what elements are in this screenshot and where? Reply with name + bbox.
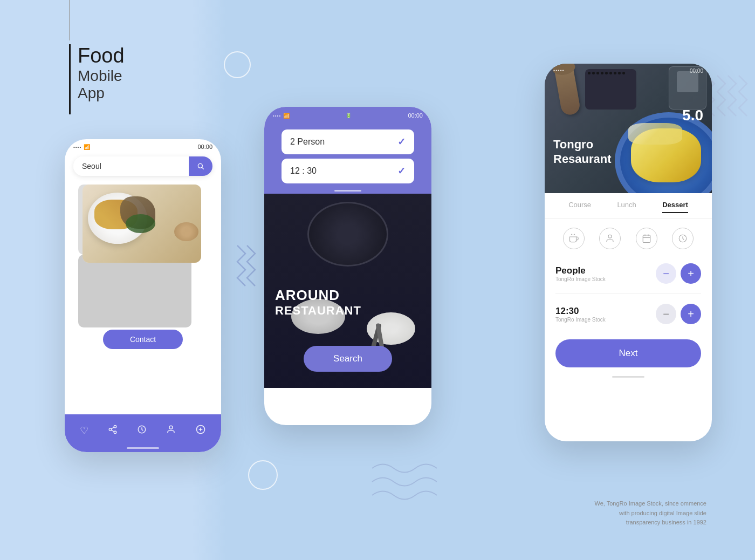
nav-clock-icon[interactable] (137, 425, 147, 437)
time-minus-button[interactable]: − (656, 304, 676, 324)
watermark-line3: transparency business in 1992 (626, 519, 706, 525)
phone2-person-dropdown[interactable]: 2 Person ✓ (282, 129, 414, 154)
watermark-line1: We, TongRo Image Stock, since ommence (595, 500, 706, 507)
deco-circle-2 (248, 460, 278, 490)
svg-line-5 (111, 430, 114, 432)
icon-cup[interactable] (563, 228, 585, 249)
phone1-bottom-nav: ♡ (65, 414, 221, 452)
people-counter: − + (656, 263, 701, 284)
phone1-status-bar: •••• 📶 00:00 (65, 139, 221, 152)
wavy-lines-bottom (367, 457, 437, 511)
herb (126, 214, 155, 233)
phone2-time: 00:00 (408, 112, 423, 119)
phone3: ••••• 00:00 (545, 64, 712, 441)
around-text: AROUND RESTAURANT (275, 287, 361, 318)
phone3-status-bar: ••••• 00:00 (545, 64, 712, 78)
hero-restaurant-name: Tongro Resaurant (553, 138, 612, 166)
phone2-battery-icon: 🔋 (346, 113, 352, 118)
section-divider (555, 293, 701, 294)
phone3-home-indicator (612, 376, 644, 378)
brand-text: Food Mobile App (78, 44, 125, 102)
svg-line-6 (111, 427, 114, 428)
phone3-people-section: People TongRo Image Stock − + (545, 258, 712, 289)
phone2-time-dropdown[interactable]: 12 : 30 ✓ (282, 159, 414, 183)
svg-line-1 (202, 167, 203, 169)
time-dropdown-label: 12 : 30 (290, 166, 317, 176)
hero-rating: 5.0 (682, 107, 703, 124)
phone3-menu-tabs: Course Lunch Dessert (545, 193, 712, 219)
pasta-top (628, 123, 682, 145)
phone3-time: 00:00 (690, 68, 703, 74)
phone2-status-bar: •••• 📶 🔋 00:00 (264, 107, 431, 121)
icon-clock[interactable] (672, 228, 694, 249)
phone3-icons-row (545, 219, 712, 258)
dark-pot (307, 202, 388, 267)
kitchen-visual: AROUND RESTAURANT Search (264, 194, 431, 388)
phone3-next-button[interactable]: Next (555, 339, 701, 367)
card-bg-2 (78, 255, 191, 327)
phone2-wifi-icon: 📶 (283, 113, 290, 119)
svg-point-4 (114, 431, 116, 434)
phone3-time-section: 12:30 TongRo Image Stock − + (545, 298, 712, 330)
time-dropdown-check: ✓ (397, 165, 406, 177)
phone2-progress-indicator (334, 190, 361, 192)
people-plus-button[interactable]: + (681, 263, 701, 284)
person-dropdown-label: 2 Person (290, 137, 325, 147)
around-label: AROUND (275, 287, 361, 304)
svg-rect-16 (643, 235, 650, 243)
phone3-hero: ••••• 00:00 (545, 64, 712, 193)
phone2-search-button[interactable]: Search (304, 346, 392, 372)
person-dropdown-check: ✓ (397, 136, 406, 148)
search-icon (196, 162, 205, 170)
svg-point-2 (114, 425, 116, 428)
time-title: 12:30 (555, 306, 606, 317)
icon-calendar[interactable] (636, 228, 657, 249)
svg-point-8 (169, 426, 173, 429)
phone1-search-button[interactable] (189, 156, 212, 176)
nav-share-icon[interactable] (108, 425, 118, 437)
svg-point-15 (608, 235, 612, 238)
brand-line3: App (78, 85, 125, 102)
brand-line1: Food (78, 44, 125, 67)
phone1: •••• 📶 00:00 (65, 139, 221, 452)
icon-person[interactable] (599, 228, 621, 249)
sauce (174, 222, 198, 241)
nav-heart-icon[interactable]: ♡ (80, 425, 88, 436)
phone1-search-input[interactable] (73, 156, 189, 176)
nav-plus-icon[interactable] (195, 424, 206, 438)
phone1-card-stack (78, 185, 208, 282)
card-main (83, 185, 201, 263)
decorative-line-top (69, 0, 70, 40)
time-counter: − + (656, 304, 701, 324)
brand-bar (69, 44, 71, 114)
restaurant-name-line1: Tongro (553, 138, 612, 152)
watermark-line2: with producing digital Image slide (619, 510, 706, 516)
phone1-contact-button[interactable]: Contact (103, 330, 183, 349)
phone1-dots: •••• (73, 145, 81, 149)
home-indicator (127, 447, 159, 449)
phone3-dots: ••••• (553, 68, 565, 74)
people-minus-button[interactable]: − (656, 263, 676, 284)
phone2: •••• 📶 🔋 00:00 2 Person ✓ 12 : 30 ✓ (264, 107, 431, 425)
kitchen-bg: AROUND RESTAURANT Search (264, 194, 431, 388)
nav-person-icon[interactable] (166, 425, 176, 437)
restaurant-name-line2: Resaurant (553, 152, 612, 166)
time-plus-button[interactable]: + (681, 304, 701, 324)
people-title: People (555, 265, 606, 276)
zigzag-middle (232, 243, 264, 291)
time-subtitle: TongRo Image Stock (555, 317, 606, 323)
phone2-hero-section: AROUND RESTAURANT Search (264, 194, 431, 388)
tab-dessert[interactable]: Dessert (662, 201, 688, 213)
brand-line2: Mobile (78, 67, 125, 85)
tab-course[interactable]: Course (568, 201, 591, 213)
deco-circle-1 (224, 51, 251, 78)
watermark-text: We, TongRo Image Stock, since ommence wi… (595, 499, 706, 528)
phone1-search-bar (73, 156, 212, 176)
svg-point-3 (109, 428, 112, 431)
restaurant-label: RESTAURANT (275, 304, 361, 318)
phone1-wifi-icon: 📶 (84, 144, 90, 150)
phone2-dropdowns-area: 2 Person ✓ 12 : 30 ✓ (264, 121, 431, 194)
phone1-time: 00:00 (197, 144, 212, 150)
people-subtitle: TongRo Image Stock (555, 276, 606, 282)
tab-lunch[interactable]: Lunch (617, 201, 636, 213)
